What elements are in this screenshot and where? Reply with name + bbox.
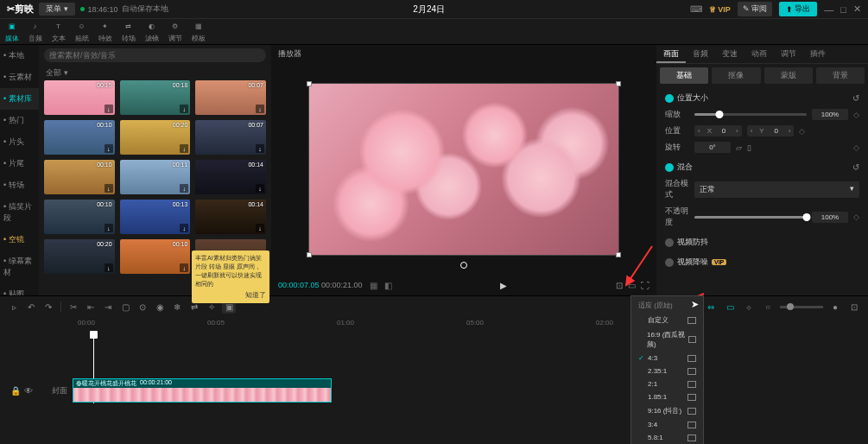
thumbnail[interactable]: 00:14↓ (195, 160, 266, 194)
tool-文本[interactable]: T文本 (47, 21, 70, 43)
prop-subtab-基础[interactable]: 基础 (660, 67, 708, 84)
freeze-icon[interactable]: ❄ (170, 300, 184, 314)
shortcut-icon[interactable]: ⌨ (690, 4, 702, 14)
tool-音频[interactable]: ♪音频 (23, 21, 47, 43)
opacity-value[interactable]: 100% (812, 212, 848, 223)
blend-mode-dropdown[interactable]: 正常▾ (694, 181, 859, 198)
left-cut-icon[interactable]: ⇤ (84, 300, 98, 314)
thumbnail[interactable]: 00:13↓ (120, 200, 191, 234)
thumbnail[interactable]: 00:11↓ (120, 160, 191, 194)
zoom-in-icon[interactable]: ● (828, 300, 842, 314)
reset-icon[interactable]: ↺ (852, 93, 859, 103)
resize-handle-tl[interactable] (307, 81, 312, 86)
thumbnail[interactable]: 00:10↓ (44, 160, 115, 194)
tool-调节[interactable]: ⚙调节 (163, 21, 187, 43)
sidenav-素材库[interactable]: • 素材库 (0, 88, 39, 110)
download-icon[interactable]: ↓ (105, 263, 113, 272)
download-icon[interactable]: ↓ (180, 105, 188, 113)
cursor-tool[interactable]: ▹ (7, 300, 21, 314)
prop-tab-画面[interactable]: 画面 (656, 45, 686, 63)
feedback-button[interactable]: ✎ 审阅 (738, 2, 773, 16)
search-input[interactable] (44, 48, 266, 62)
pos-x-input[interactable]: ‹X0› (694, 125, 742, 136)
undo-icon[interactable]: ↶ (24, 300, 38, 314)
scale-icon[interactable]: ⊡ (616, 281, 623, 290)
speed-icon[interactable]: ⊙ (136, 300, 149, 314)
ratio-option[interactable]: 2.35:1 (631, 365, 703, 377)
pos-y-input[interactable]: ‹Y0› (747, 125, 795, 136)
vip-badge[interactable]: ♕ VIP (709, 5, 731, 14)
video-clip[interactable]: 春暖花开桃花盛开桃花00:00:21:00 (73, 378, 332, 403)
flip-v-icon[interactable]: ▯ (747, 143, 751, 152)
download-icon[interactable]: ↓ (180, 184, 188, 193)
resize-handle-tr[interactable] (616, 81, 621, 86)
sidenav-片尾[interactable]: • 片尾 (0, 153, 39, 174)
tool-转场[interactable]: ⇄转场 (117, 21, 140, 43)
section-stabilize[interactable]: 视频防抖 (677, 237, 708, 248)
ratio-button[interactable]: ▭ (628, 281, 636, 290)
play-button[interactable]: ▶ (500, 281, 507, 290)
ratio-option[interactable]: 9:16 (抖音) (631, 403, 703, 418)
sidenav-空镜[interactable]: • 空镜 (0, 229, 39, 251)
fullscreen-icon[interactable]: ⛶ (641, 281, 649, 290)
sidenav-本地[interactable]: • 本地 (0, 45, 39, 67)
download-icon[interactable]: ↓ (180, 224, 188, 232)
video-frame[interactable] (309, 84, 618, 255)
link-icon[interactable]: ⇔ (704, 300, 718, 314)
ratio-option[interactable]: 1.85:1 (631, 390, 703, 403)
download-icon[interactable]: ↓ (256, 105, 264, 113)
sidenav-转场[interactable]: • 转场 (0, 174, 39, 196)
tool-媒体[interactable]: ▣媒体 (0, 21, 23, 43)
rotate-handle[interactable] (460, 262, 467, 269)
download-icon[interactable]: ↓ (256, 184, 264, 193)
ratio-option[interactable]: 16:9 (西瓜视频) (631, 327, 703, 352)
timeline-ruler[interactable]: 00:0000:0501:0005:0002:00 (78, 317, 868, 331)
preview-canvas[interactable] (271, 63, 656, 275)
close-icon[interactable]: ✕ (853, 3, 861, 15)
ratio-option[interactable]: 3:4 (631, 418, 703, 431)
resize-handle-br[interactable] (616, 252, 621, 257)
mute-icon[interactable]: ⟐ (742, 300, 756, 314)
thumbnail[interactable]: 00:10↓ (120, 239, 191, 274)
download-icon[interactable]: ↓ (256, 144, 264, 153)
redo-icon[interactable]: ↷ (41, 300, 55, 314)
download-icon[interactable]: ↓ (180, 144, 188, 153)
flip-h-icon[interactable]: ▱ (736, 143, 742, 152)
zoom-out-icon[interactable]: ○ (761, 300, 775, 314)
sidenav-搞笑片段[interactable]: • 搞笑片段 (0, 196, 39, 229)
tooltip-ok-button[interactable]: 知道了 (195, 290, 266, 300)
sidenav-片头[interactable]: • 片头 (0, 131, 39, 153)
thumbnail[interactable]: 00:20↓ (44, 239, 115, 274)
tool-模板[interactable]: ▦模板 (187, 21, 210, 43)
ratio-option[interactable]: 2:1 (631, 377, 703, 390)
rotation-input[interactable]: 0° (694, 142, 731, 153)
tool-滤镜[interactable]: ◐滤镜 (140, 21, 163, 43)
reset-icon[interactable]: ↺ (852, 162, 859, 172)
menu-button[interactable]: 菜单 ▾ (39, 3, 75, 16)
tool-特效[interactable]: ✦特效 (93, 21, 117, 43)
sidenav-云素材[interactable]: • 云素材 (0, 67, 39, 88)
prop-subtab-背景[interactable]: 背景 (816, 67, 865, 84)
prop-tab-调节[interactable]: 调节 (774, 45, 803, 63)
thumbnail[interactable]: 00:10↓ (44, 120, 115, 155)
preview-icon[interactable]: ▭ (723, 300, 737, 314)
split-tool[interactable]: ✂ (67, 300, 80, 314)
thumbnail[interactable]: 00:10↓ (44, 200, 115, 234)
download-icon[interactable]: ↓ (105, 224, 113, 232)
maximize-icon[interactable]: □ (840, 4, 846, 15)
visibility-icon[interactable]: 👁 (24, 386, 33, 396)
section-denoise[interactable]: 视频降噪 (677, 257, 708, 268)
thumbnail[interactable]: 00:15↓ (44, 80, 115, 115)
prop-tab-变速[interactable]: 变速 (715, 45, 744, 63)
thumbnail[interactable]: 00:18↓ (120, 80, 191, 115)
scale-slider[interactable] (694, 113, 807, 116)
download-icon[interactable]: ↓ (105, 184, 113, 193)
ratio-option[interactable]: ✓4:3 (631, 352, 703, 365)
thumbnail[interactable]: 00:07↓ (195, 80, 266, 115)
prop-tab-动画[interactable]: 动画 (744, 45, 774, 63)
right-cut-icon[interactable]: ⇥ (101, 300, 115, 314)
download-icon[interactable]: ↓ (105, 105, 113, 113)
delete-icon[interactable]: ▢ (118, 300, 132, 314)
ratio-option[interactable]: 自定义 (631, 313, 703, 327)
download-icon[interactable]: ↓ (180, 263, 188, 272)
